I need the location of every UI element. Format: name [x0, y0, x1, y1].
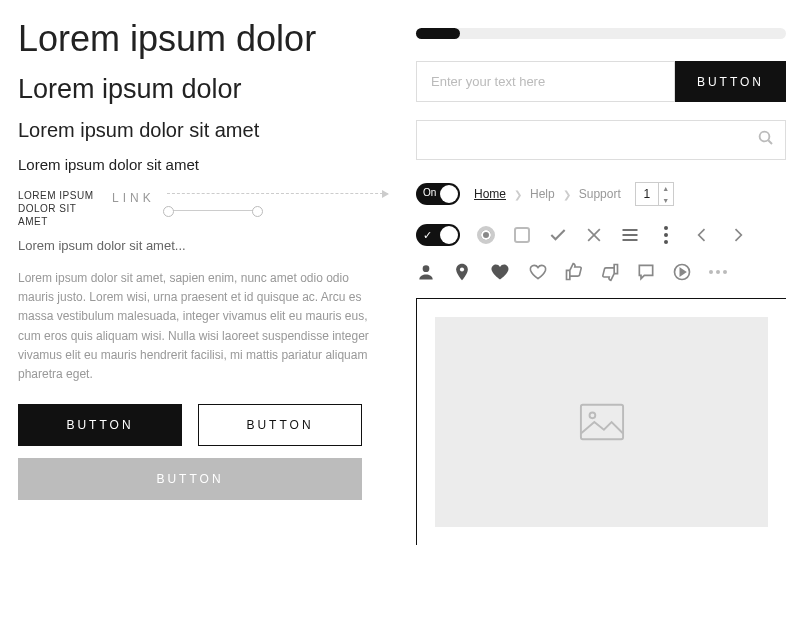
checkbox-icon[interactable] [512, 225, 532, 245]
thumbs-down-icon[interactable] [600, 262, 620, 282]
stepper-value: 1 [636, 187, 658, 201]
heading-2: Lorem ipsum dolor [18, 74, 388, 105]
user-icon[interactable] [416, 262, 436, 282]
heart-filled-icon[interactable] [488, 262, 512, 282]
location-pin-icon[interactable] [452, 262, 472, 282]
search-input[interactable] [427, 133, 757, 148]
thumbs-up-icon[interactable] [564, 262, 584, 282]
breadcrumb-item-help[interactable]: Help [530, 187, 555, 201]
dashed-arrow [167, 193, 388, 194]
checkmark-icon[interactable] [548, 225, 568, 245]
progress-fill [416, 28, 460, 39]
menu-icon[interactable] [620, 225, 640, 245]
check-icon: ✓ [423, 229, 432, 242]
toggle-knob [440, 226, 458, 244]
range-slider[interactable] [167, 210, 259, 211]
text-input[interactable] [416, 61, 675, 102]
toggle-on[interactable]: On [416, 183, 460, 205]
heading-3: Lorem ipsum dolor sit amet [18, 119, 388, 142]
toggle-checked[interactable]: ✓ [416, 224, 460, 246]
search-field[interactable] [416, 120, 786, 160]
svg-rect-11 [580, 405, 622, 440]
image-placeholder [435, 317, 768, 527]
svg-point-12 [589, 412, 595, 418]
chevron-right-icon[interactable] [728, 225, 748, 245]
chevron-right-icon: ❯ [563, 189, 571, 200]
breadcrumb-item-home[interactable]: Home [474, 187, 506, 201]
toggle-on-label: On [423, 187, 436, 198]
image-icon [579, 402, 625, 442]
heart-outline-icon[interactable] [528, 262, 548, 282]
wide-button[interactable]: BUTTON [18, 458, 362, 500]
chevron-right-icon: ❯ [514, 189, 522, 200]
more-vertical-icon[interactable] [656, 225, 676, 245]
comment-icon[interactable] [636, 262, 656, 282]
svg-marker-10 [680, 269, 685, 276]
heading-1: Lorem ipsum dolor [18, 18, 388, 60]
search-icon[interactable] [757, 129, 775, 151]
progress-bar [416, 28, 786, 39]
stepper-up-icon[interactable]: ▲ [659, 182, 673, 194]
radio-icon[interactable] [476, 225, 496, 245]
more-horizontal-icon[interactable] [708, 262, 728, 282]
close-icon[interactable] [584, 225, 604, 245]
number-stepper[interactable]: 1 ▲ ▼ [635, 182, 674, 206]
input-submit-button[interactable]: BUTTON [675, 61, 786, 102]
chevron-left-icon[interactable] [692, 225, 712, 245]
link-label[interactable]: LINK [112, 191, 155, 205]
svg-point-8 [460, 267, 464, 271]
stepper-down-icon[interactable]: ▼ [659, 194, 673, 206]
caption-text: LOREM IPSUM DOLOR SIT AMET [18, 189, 100, 228]
svg-point-0 [760, 132, 770, 142]
truncated-text: Lorem ipsum dolor sit amet... [18, 238, 388, 253]
image-frame [416, 298, 786, 545]
breadcrumb: Home ❯ Help ❯ Support [474, 187, 621, 201]
svg-point-7 [423, 265, 430, 272]
secondary-button[interactable]: BUTTON [198, 404, 362, 446]
primary-button[interactable]: BUTTON [18, 404, 182, 446]
play-circle-icon[interactable] [672, 262, 692, 282]
heading-4: Lorem ipsum dolor sit amet [18, 156, 388, 173]
breadcrumb-item-support[interactable]: Support [579, 187, 621, 201]
body-paragraph: Lorem ipsum dolor sit amet, sapien enim,… [18, 269, 388, 384]
toggle-knob [440, 185, 458, 203]
svg-line-1 [768, 140, 772, 144]
